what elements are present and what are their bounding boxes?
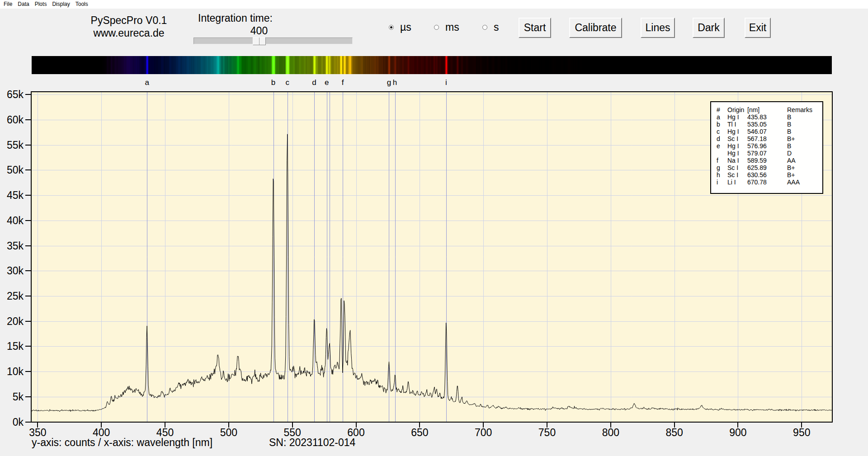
line-label-i: i — [445, 78, 447, 87]
line-label-e: e — [325, 78, 329, 87]
legend-cell: d — [717, 135, 720, 142]
legend-cell: 625.89 — [747, 164, 767, 171]
y-tick-label: 55k — [7, 139, 24, 151]
line-label-b: b — [271, 78, 275, 87]
x-tick-label: 800 — [602, 427, 619, 439]
y-tick-label: 40k — [7, 214, 24, 226]
legend-cell: Hg I — [727, 150, 739, 157]
integration-time-label: Integration time: — [198, 12, 273, 24]
legend-cell: Na I — [727, 157, 739, 164]
y-tick-label: 30k — [7, 265, 24, 277]
y-tick-label: 65k — [7, 89, 24, 101]
exit-button[interactable]: Exit — [745, 18, 771, 38]
y-tick — [25, 94, 31, 95]
unit-radio-label: ms — [445, 22, 459, 33]
y-tick — [25, 145, 31, 146]
menu-file[interactable]: File — [1, 0, 15, 9]
lines-button[interactable]: Lines — [641, 18, 675, 38]
menu-data[interactable]: Data — [15, 0, 32, 9]
app-title-line1: PySpecPro V0.1 — [90, 14, 168, 27]
menu-plots[interactable]: Plots — [32, 0, 50, 9]
legend-cell: b — [717, 121, 720, 128]
dark-button[interactable]: Dark — [693, 18, 725, 38]
line-label-d: d — [312, 78, 316, 87]
line-label-c: c — [285, 78, 289, 87]
legend-cell: B — [787, 142, 791, 150]
menu-display[interactable]: Display — [49, 0, 72, 9]
x-tick-label: 650 — [411, 427, 428, 439]
legend-cell: Tl I — [727, 121, 736, 128]
unit-radio-s[interactable]: s — [482, 22, 499, 33]
legend-row: Hg I579.07D — [711, 150, 822, 157]
y-tick — [25, 169, 31, 170]
legend-cell: D — [787, 150, 792, 157]
legend-cell: 535.05 — [747, 121, 767, 128]
legend-cell: AAA — [787, 179, 800, 186]
x-tick-label: 700 — [475, 427, 492, 439]
legend-row: hSc I630.56B+ — [711, 171, 822, 179]
legend-cell: c — [717, 128, 720, 135]
legend-cell: 435.83 — [747, 113, 767, 121]
spectrum-color-band — [32, 56, 832, 74]
y-tick — [25, 296, 31, 296]
x-tick-label: 950 — [793, 427, 810, 439]
y-tick — [25, 270, 31, 271]
legend-cell: # — [717, 106, 720, 113]
calibrate-button[interactable]: Calibrate — [569, 18, 622, 38]
legend-row: fNa I589.59AA — [711, 157, 822, 164]
legend-cell: Sc I — [727, 164, 738, 171]
legend-cell: B+ — [787, 164, 795, 171]
radio-circle-icon[interactable] — [482, 25, 487, 30]
legend-cell: a — [717, 113, 720, 121]
y-tick-label: 35k — [7, 240, 24, 252]
legend-cell: Remarks — [787, 106, 812, 113]
line-label-h: h — [393, 78, 397, 87]
legend-cell: Hg I — [727, 142, 739, 150]
app-title: PySpecPro V0.1 www.eureca.de — [90, 14, 168, 39]
y-tick — [25, 195, 31, 196]
x-tick-label: 850 — [665, 427, 683, 439]
legend-header-row: #Origin[nm]Remarks — [711, 106, 822, 113]
legend-cell: Sc I — [727, 171, 738, 179]
legend-cell: B+ — [787, 171, 795, 179]
radio-circle-icon[interactable] — [389, 25, 394, 30]
legend-row: gSc I625.89B+ — [711, 164, 822, 171]
y-tick — [25, 422, 31, 423]
unit-radio-label: s — [494, 22, 499, 33]
legend-cell: 589.59 — [747, 157, 767, 164]
app-title-line2: www.eureca.de — [90, 27, 168, 39]
serial-number: SN: 20231102-014 — [269, 437, 355, 449]
menu-tools[interactable]: Tools — [73, 0, 91, 9]
legend-cell: B — [787, 121, 791, 128]
legend-cell: g — [717, 164, 720, 171]
legend-cell: f — [717, 157, 718, 164]
unit-radio-ms[interactable]: ms — [434, 22, 459, 33]
legend-cell: 546.07 — [747, 128, 767, 135]
integration-time-slider[interactable] — [193, 38, 353, 44]
unit-radio-us[interactable]: µs — [389, 22, 411, 33]
legend-cell: Origin — [727, 106, 744, 113]
y-tick-label: 10k — [7, 366, 24, 378]
line-label-g: g — [387, 78, 391, 87]
line-label-a: a — [145, 78, 149, 87]
legend-row: cHg I546.07B — [711, 128, 822, 135]
y-tick — [25, 245, 31, 246]
y-tick-label: 0k — [13, 416, 24, 428]
y-tick-label: 15k — [7, 340, 24, 353]
legend-cell: 576.96 — [747, 142, 767, 150]
y-tick-label: 25k — [7, 290, 24, 302]
legend-cell: [nm] — [747, 106, 760, 113]
radio-circle-icon[interactable] — [434, 25, 439, 30]
legend-cell: Hg I — [727, 113, 739, 121]
axis-description: y-axis: counts / x-axis: wavelength [nm] — [32, 437, 212, 449]
line-legend: #Origin[nm]RemarksaHg I435.83BbTl I535.0… — [710, 101, 823, 194]
legend-cell: B — [787, 113, 791, 121]
start-button[interactable]: Start — [519, 18, 551, 38]
menu-bar: FileDataPlotsDisplayTools — [0, 0, 868, 9]
y-tick-label: 60k — [7, 114, 24, 126]
legend-cell: 579.07 — [747, 150, 767, 157]
slider-handle[interactable] — [253, 37, 266, 45]
integration-time-value: 400 — [193, 25, 325, 37]
legend-row: aHg I435.83B — [711, 113, 822, 121]
legend-cell: i — [717, 179, 718, 186]
